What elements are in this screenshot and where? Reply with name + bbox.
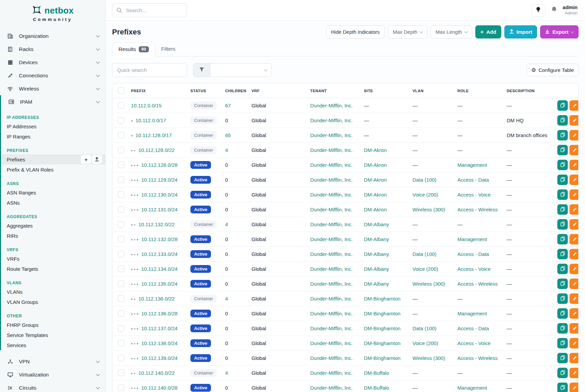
tenant-link[interactable]: Dunder-Mifflin, Inc. [310,355,353,361]
site-link[interactable]: DM-Binghamton [364,311,400,316]
sidebar-item-vlans[interactable]: VLANs [1,287,105,297]
row-checkbox[interactable] [118,295,124,302]
quick-import-button[interactable] [92,155,102,164]
edit-split-button[interactable] [569,249,578,259]
edit-split-button[interactable] [569,338,578,348]
copy-button[interactable] [557,160,568,170]
prefix-link[interactable]: 10.112.139.0/24 [141,355,178,361]
vlan-link[interactable]: Voice (200) [413,266,438,272]
prefix-link[interactable]: 10.112.137.0/24 [141,325,178,331]
role-link[interactable]: Management [457,311,487,316]
sidebar-item-devices[interactable]: Devices [0,56,105,69]
tenant-link[interactable]: Dunder-Mifflin, Inc. [310,221,353,227]
row-checkbox[interactable] [118,191,124,198]
vlan-link[interactable]: Voice (200) [413,192,438,198]
prefix-link[interactable]: 10.112.128.0/17 [136,132,172,138]
tenant-link[interactable]: Dunder-Mifflin, Inc. [310,103,353,108]
prefix-link[interactable]: 10.112.132.0/28 [141,236,178,242]
sidebar-item-prefixes[interactable]: Prefixes+ [1,154,105,164]
edit-split-button[interactable] [569,160,578,170]
row-checkbox[interactable] [118,325,124,332]
site-link[interactable]: DM-Albany [364,236,389,242]
tenant-link[interactable]: Dunder-Mifflin, Inc. [310,385,353,391]
vlan-link[interactable]: Data (100) [413,325,436,331]
row-checkbox[interactable] [118,147,124,153]
prefix-link[interactable]: 10.112.131.0/24 [141,207,178,212]
site-link[interactable]: DM-Akron [364,162,387,168]
vlan-link[interactable]: Wireless (300) [413,355,445,361]
tenant-link[interactable]: Dunder-Mifflin, Inc. [310,177,353,183]
vlan-link[interactable]: Data (100) [413,177,436,183]
tenant-link[interactable]: Dunder-Mifflin, Inc. [310,207,353,212]
site-link[interactable]: DM-Akron [364,147,387,153]
sidebar-item-asns[interactable]: ASNs [1,198,105,208]
col-header-role[interactable]: ROLE [455,83,504,98]
row-checkbox[interactable] [118,132,124,138]
children-count-link[interactable]: 4 [225,221,228,227]
sidebar-item-vlan-groups[interactable]: VLAN Groups [1,297,105,307]
prefix-link[interactable]: 10.112.132.0/22 [138,221,175,227]
copy-button[interactable] [557,368,568,378]
prefix-link[interactable]: 10.112.136.0/22 [138,296,175,302]
site-link[interactable]: DM-Albany [364,281,389,287]
col-header-tenant[interactable]: TENANT [308,83,361,98]
copy-button[interactable] [557,234,568,244]
sidebar-item-virtualization[interactable]: Virtualization [0,368,105,381]
tenant-link[interactable]: Dunder-Mifflin, Inc. [310,162,353,168]
copy-button[interactable] [557,130,568,140]
edit-split-button[interactable] [569,219,578,230]
copy-button[interactable] [557,115,568,126]
sidebar-item-ipam[interactable]: IPAM [1,95,105,108]
role-link[interactable]: Access - Data [457,177,489,183]
col-header-children[interactable]: CHILDREN [222,83,249,98]
copy-button[interactable] [557,308,568,319]
tenant-link[interactable]: Dunder-Mifflin, Inc. [310,251,353,257]
role-link[interactable]: Access - Data [457,251,489,257]
global-search-input[interactable] [112,3,187,17]
sidebar-item-ip-ranges[interactable]: IP Ranges [1,131,105,141]
edit-split-button[interactable] [569,145,578,155]
col-header-vrf[interactable]: VRF [249,83,308,98]
copy-button[interactable] [557,249,568,259]
role-link[interactable]: Access - Data [457,325,489,331]
site-link[interactable]: DM-Akron [364,192,387,198]
sidebar-item-vrfs[interactable]: VRFs [1,254,105,264]
sidebar-item-service-templates[interactable]: Service Templates [1,330,105,340]
site-link[interactable]: DM-Buffalo [364,370,389,376]
import-button[interactable]: Import [504,25,537,38]
col-header-prefix[interactable]: PREFIX [128,83,188,98]
edit-split-button[interactable] [569,130,578,140]
prefix-link[interactable]: 10.112.0.0/15 [131,103,162,108]
tab-filters[interactable]: Filters [155,43,182,56]
edit-split-button[interactable] [569,323,578,334]
edit-split-button[interactable] [569,189,578,200]
sidebar-item-ip-addresses[interactable]: IP Addresses [1,121,105,131]
edit-split-button[interactable] [569,234,578,244]
copy-button[interactable] [557,189,568,200]
role-link[interactable]: Management [457,385,487,391]
row-checkbox[interactable] [118,177,124,183]
sidebar-item-asn-ranges[interactable]: ASN Ranges [1,187,105,198]
prefix-link[interactable]: 10.112.128.0/28 [141,162,178,168]
copy-button[interactable] [557,293,568,304]
quick-search-input[interactable] [112,63,187,77]
col-header-vlan[interactable]: VLAN [410,83,455,98]
copy-button[interactable] [557,175,568,185]
tab-results[interactable]: Results 90 [112,43,155,56]
site-link[interactable]: DM-Binghamton [364,325,400,331]
row-checkbox[interactable] [118,340,124,346]
site-link[interactable]: DM-Akron [364,177,387,183]
site-link[interactable]: DM-Albany [364,251,389,257]
user-menu[interactable]: admin Admin [563,4,578,16]
vlan-link[interactable]: Wireless (300) [413,281,445,287]
saved-filter-select[interactable] [210,63,271,77]
site-link[interactable]: DM-Buffalo [364,385,389,391]
tenant-link[interactable]: Dunder-Mifflin, Inc. [310,370,353,376]
edit-split-button[interactable] [569,368,578,378]
sidebar-item-aggregates[interactable]: Aggregates [1,220,105,231]
tenant-link[interactable]: Dunder-Mifflin, Inc. [310,147,353,153]
role-link[interactable]: Access - Voice [457,192,490,198]
row-checkbox[interactable] [118,310,124,317]
sidebar-item-racks[interactable]: Racks [0,43,105,56]
row-checkbox[interactable] [118,281,124,287]
